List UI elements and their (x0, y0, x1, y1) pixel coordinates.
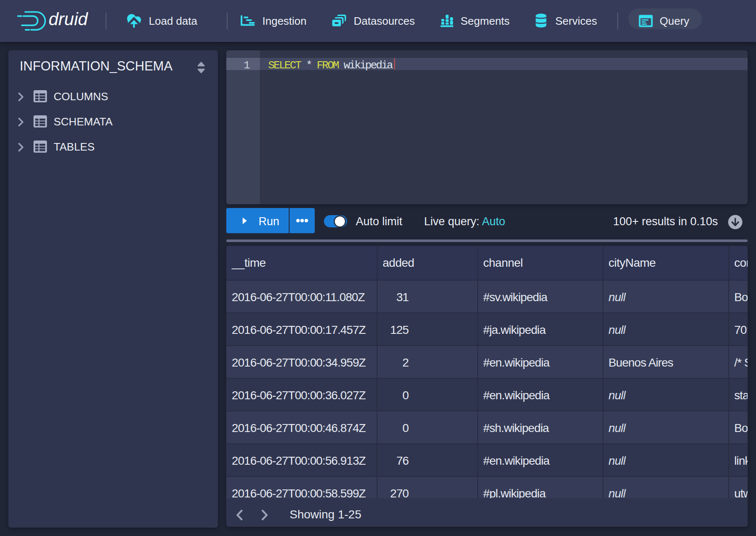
svg-text:druid: druid (49, 9, 88, 29)
